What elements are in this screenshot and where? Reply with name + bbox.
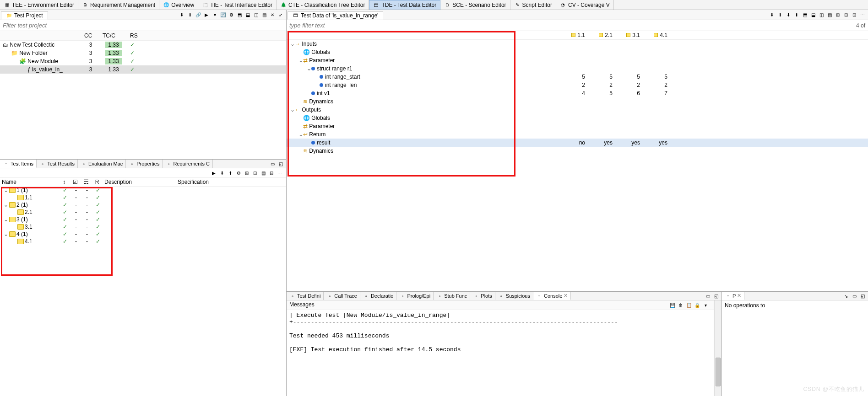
toolbar-button[interactable]: ▶ <box>203 11 210 19</box>
perspective-tab[interactable]: 🗔TDE - Test Data Editor <box>369 0 440 10</box>
toolbar-button[interactable]: ⚙ <box>228 11 235 19</box>
test-data-cell[interactable] <box>616 40 644 48</box>
test-data-cell[interactable] <box>644 114 671 122</box>
test-data-cell[interactable]: 2 <box>589 81 616 89</box>
toolbar-button[interactable]: ▭ <box>704 292 711 300</box>
console-output[interactable]: | Execute Test [New Module/is_value_in_r… <box>287 310 714 396</box>
toolbar-button[interactable]: ⊞ <box>243 169 250 177</box>
toolbar-button[interactable]: ▶ <box>210 169 217 177</box>
perspective-tab[interactable]: 🗋SCE - Scenario Editor <box>440 0 510 10</box>
test-data-cell[interactable] <box>589 40 616 48</box>
test-data-cell[interactable] <box>589 130 616 139</box>
toolbar-button[interactable]: ◫ <box>252 11 260 19</box>
perspective-tab[interactable]: 🌐Overview <box>159 0 198 10</box>
minmax-button[interactable]: ▭ <box>269 160 276 167</box>
test-data-cell[interactable]: yes <box>589 139 616 147</box>
view-tab[interactable]: ▫Console ✕ <box>533 292 571 300</box>
items-col-list[interactable]: ☴ <box>81 178 92 186</box>
view-tab[interactable]: ▫Plots <box>470 292 495 300</box>
project-tree-row[interactable]: 🧩 New Module 3 1.33 ✓ <box>0 57 286 65</box>
toolbar-button[interactable]: ⬆ <box>776 11 784 19</box>
test-data-cell[interactable] <box>589 56 616 64</box>
test-data-cell[interactable] <box>644 147 671 155</box>
perspective-tab[interactable]: ▦TEE - Environment Editor <box>0 0 78 10</box>
toolbar-button[interactable]: ▤ <box>260 169 267 177</box>
col-tc-1[interactable]: 1.1 <box>577 32 585 38</box>
toolbar-button[interactable]: ⋯ <box>276 169 283 177</box>
toolbar-button[interactable]: 💾 <box>669 301 676 309</box>
toolbar-button[interactable]: 📋 <box>685 301 693 309</box>
toolbar-button[interactable]: ⊟ <box>842 11 850 19</box>
toolbar-button[interactable]: ⬇ <box>178 11 185 19</box>
perspective-tab[interactable]: 🌲CTE - Classification Tree Editor <box>277 0 369 10</box>
toolbar-button[interactable]: ⤢ <box>277 11 284 19</box>
test-data-cell[interactable]: 5 <box>589 89 616 97</box>
test-data-cell[interactable] <box>616 130 644 139</box>
col-tc-4[interactable]: 4.1 <box>660 32 667 38</box>
test-data-cell[interactable] <box>561 48 589 56</box>
test-data-cell[interactable]: 2 <box>616 81 644 89</box>
toolbar-button[interactable]: ⬇ <box>768 11 776 19</box>
toolbar-button[interactable]: ⊞ <box>834 11 841 19</box>
toolbar-button[interactable]: ◫ <box>818 11 825 19</box>
toolbar-button[interactable]: 🔗 <box>195 11 202 19</box>
toolbar-button[interactable]: ⚙ <box>235 169 242 177</box>
test-data-cell[interactable]: 2 <box>644 81 671 89</box>
test-data-cell[interactable]: 5 <box>561 73 589 81</box>
items-col-spec[interactable]: Specification <box>176 178 211 186</box>
test-data-cell[interactable] <box>561 64 589 73</box>
test-data-cell[interactable]: 5 <box>589 73 616 81</box>
test-data-cell[interactable] <box>644 64 671 73</box>
scrollbar-thumb[interactable] <box>716 358 721 386</box>
items-col-sort[interactable]: ↕ <box>59 178 70 186</box>
view-tab[interactable]: ▫Test Defini <box>287 292 324 300</box>
test-data-cell[interactable]: yes <box>616 139 644 147</box>
items-col-check[interactable]: ☑ <box>70 178 81 186</box>
col-rs[interactable]: RS <box>127 31 286 41</box>
test-project-filter-input[interactable] <box>0 20 286 31</box>
view-tab[interactable]: ▫Suspicious <box>495 292 533 300</box>
view-tab[interactable]: ▫Properties <box>126 160 163 168</box>
test-data-cell[interactable]: 5 <box>616 73 644 81</box>
view-tab[interactable]: ▫Test Results <box>37 160 78 168</box>
view-tab[interactable]: ▫Declaratio <box>360 292 397 300</box>
test-data-cell[interactable] <box>561 106 589 114</box>
toolbar-button[interactable]: ⬆ <box>793 11 800 19</box>
test-data-cell[interactable]: 2 <box>561 81 589 89</box>
test-data-cell[interactable] <box>561 40 589 48</box>
test-data-cell[interactable] <box>589 114 616 122</box>
toolbar-button[interactable]: 🗑 <box>677 301 684 309</box>
test-data-filter-input[interactable] <box>287 20 853 31</box>
test-data-cell[interactable] <box>589 48 616 56</box>
minmax-button[interactable]: ◱ <box>277 160 284 167</box>
test-data-cell[interactable] <box>589 97 616 106</box>
test-data-cell[interactable] <box>616 114 644 122</box>
test-data-cell[interactable] <box>616 147 644 155</box>
view-tab[interactable]: ▫Stub Func <box>434 292 470 300</box>
test-data-cell[interactable]: 5 <box>644 73 671 81</box>
test-data-cell[interactable] <box>616 56 644 64</box>
test-data-cell[interactable] <box>589 106 616 114</box>
test-data-cell[interactable] <box>561 114 589 122</box>
test-data-cell[interactable] <box>589 147 616 155</box>
close-icon[interactable]: ✕ <box>737 293 741 299</box>
test-data-cell[interactable] <box>589 64 616 73</box>
test-data-cell[interactable]: 4 <box>561 89 589 97</box>
col-tc-2[interactable]: 2.1 <box>605 32 613 38</box>
test-data-cell[interactable] <box>561 130 589 139</box>
toolbar-button[interactable]: ⬇ <box>218 169 226 177</box>
test-data-cell[interactable] <box>561 56 589 64</box>
toolbar-button[interactable]: ⬓ <box>244 11 251 19</box>
project-tree-row[interactable]: 📁 New Folder 3 1.33 ✓ <box>0 49 286 57</box>
test-data-cell[interactable] <box>644 122 671 130</box>
perspective-tab[interactable]: 🗎Requirement Management <box>78 0 159 10</box>
test-data-cell[interactable]: no <box>561 139 589 147</box>
test-data-cell[interactable] <box>616 48 644 56</box>
view-tab[interactable]: ▫P ✕ <box>722 292 744 300</box>
test-data-cell[interactable] <box>644 48 671 56</box>
col-cc[interactable]: CC <box>81 31 100 41</box>
test-data-cell[interactable] <box>616 122 644 130</box>
test-project-tab[interactable]: 📁 Test Project <box>1 11 48 20</box>
view-tab[interactable]: ▫Call Trace <box>324 292 360 300</box>
view-tab[interactable]: ▫Prolog/Epi <box>396 292 434 300</box>
